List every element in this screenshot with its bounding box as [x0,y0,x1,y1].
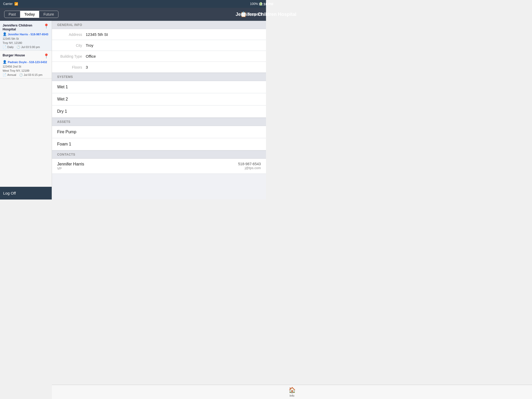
address2-1: Troy NY, 12180 [3,41,49,44]
frequency-1: Daily [7,45,14,49]
list-item-wet1[interactable]: Wet 1 [52,81,266,93]
contact-card-left: Jennifer Harris VP [57,162,84,170]
info-label-address: Address [57,32,86,37]
date-2: Jul 03 6:15 pm [24,73,42,76]
contact-info-1: Jennifer Harris - 518-987-6543 [8,33,48,36]
info-row-floors: Floors 3 [52,62,266,73]
info-value-floors: 3 [86,65,88,69]
log-off-button[interactable]: Log Off [0,187,52,200]
pin-icon-1: 📍 [43,23,49,29]
frequency-2: Annual [7,73,16,76]
status-bar: Carrier 📶 12:18 PM 100% 🔋 [0,0,266,8]
sidebar-item-burger[interactable]: Burger House 📍 👤 Padraic Doyle - 518-123… [0,51,52,78]
carrier-label: Carrier [3,2,13,6]
main-content: Jennifers Children Hospital 📍 👤 Jennifer… [0,21,266,200]
info-row-building-type: Building Type Office [52,51,266,62]
info-value-address: 12345 5th St [86,32,108,37]
location-name-2: Burger House [3,53,43,57]
top-nav: Past Today Future Jennifers Children Hos… [0,8,266,21]
clock-icon-1: 🕐 [17,45,20,49]
wifi-icon: 📶 [14,2,18,6]
date-1: Jul 03 5:00 pm [21,45,40,49]
contact-card-jennifer[interactable]: Jennifer Harris VP 518-987-6543 j@tps.co… [52,159,266,174]
info-value-city: Troy [86,43,93,48]
contact-card-title: VP [57,167,84,170]
contact-info-2: Padraic Doyle - 518-123-5432 [8,61,47,64]
info-label-city: City [57,43,86,48]
section-header-contacts: CONTACTS [52,150,266,159]
tab-past[interactable]: Past [4,11,20,18]
list-item-wet2[interactable]: Wet 2 [52,93,266,105]
sidebar: Jennifers Children Hospital 📍 👤 Jennifer… [0,21,52,200]
info-row-city: City Troy [52,40,266,51]
doc-icon-2: 📄 [3,73,6,77]
status-left: Carrier 📶 [3,2,18,6]
tab-group[interactable]: Past Today Future [4,11,58,18]
info-label-floors: Floors [57,65,86,69]
app-container: Past Today Future Jennifers Children Hos… [0,8,266,200]
doc-icon-1: 📄 [3,45,6,49]
section-header-general: GENERAL INFO [52,21,266,29]
pin-icon-2: 📍 [43,53,49,59]
nav-title: Jennifers Children Hospital [236,12,266,17]
list-item-dry1[interactable]: Dry 1 [52,105,266,118]
tab-today[interactable]: Today [20,11,39,18]
contact-card-phone: 518-987-6543 [238,162,261,166]
section-header-assets: ASSETS [52,118,266,126]
list-item-foam1[interactable]: Foam 1 [52,138,266,150]
battery-label: 100% [250,2,258,6]
right-panel: GENERAL INFO Address 12345 5th St City T… [52,21,266,200]
location-name-1: Jennifers Children Hospital [3,23,43,31]
clock-icon-2: 🕐 [19,73,23,77]
person-icon-1: 👤 [3,32,7,36]
tab-future[interactable]: Future [39,11,58,18]
info-label-building-type: Building Type [57,54,86,58]
list-item-fire-pump[interactable]: Fire Pump [52,126,266,138]
section-header-systems: SYSTEMS [52,73,266,81]
contact-card-name: Jennifer Harris [57,162,84,167]
address2-2: West Troy NY, 12189 [3,69,49,72]
info-value-building-type: Office [86,54,96,58]
sidebar-item-jennifers[interactable]: Jennifers Children Hospital 📍 👤 Jennifer… [0,21,52,51]
status-time: 12:18 PM [259,2,266,6]
contact-card-email: j@tps.com [238,166,261,170]
person-icon-2: 👤 [3,60,7,64]
address1-2: 123456 2nd St [3,65,49,68]
info-row-address: Address 12345 5th St [52,29,266,40]
address1-1: 12345 5th St [3,37,49,40]
contact-card-right: 518-987-6543 j@tps.com [238,162,261,170]
